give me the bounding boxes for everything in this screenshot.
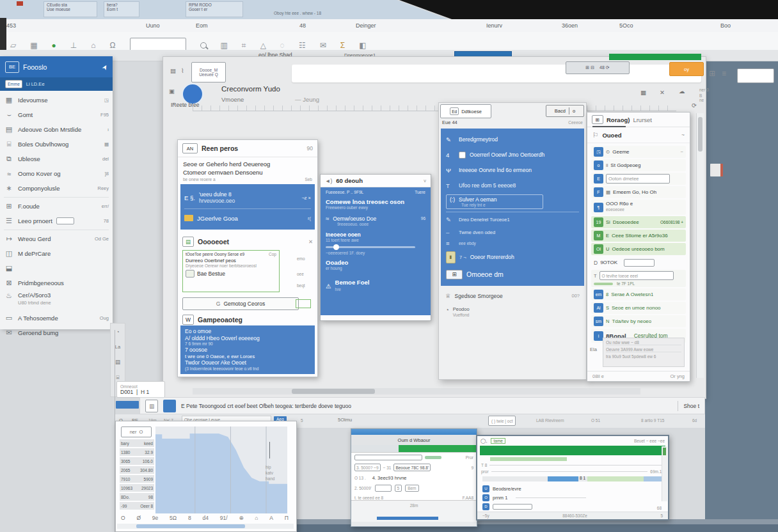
notification-action[interactable]: Shoe t: [683, 403, 699, 409]
tool-icon[interactable]: 9e: [152, 515, 158, 521]
close-icon[interactable]: ✕: [308, 239, 313, 245]
selected-option-block[interactable]: E §. 'ueeu dulne 8hrveuvooe.oeo ¬z × JGe…: [180, 184, 315, 230]
scrollbar-thumb[interactable]: [136, 524, 245, 528]
menu-item[interactable]: Deinger: [356, 22, 376, 29]
sidebar-item[interactable]: ↦Wreou GerdOd Ge: [0, 231, 113, 246]
sound-device-row[interactable]: ≈ Oemw/oeuso Doe 96: [326, 215, 425, 222]
ribbon-icon[interactable]: ▥: [221, 41, 228, 50]
step-item[interactable]: oiiSt Godpeoeg: [591, 159, 686, 171]
ribbon-icon[interactable]: ⌗: [242, 41, 246, 50]
ribbon-icon[interactable]: Σ: [340, 41, 345, 50]
vertical-scrollbar[interactable]: [696, 113, 704, 378]
sidebar-item[interactable]: ♨Cer/A/5oro3U80 trbnd dene: [0, 290, 113, 311]
ribbon-icon[interactable]: Ω: [110, 41, 116, 50]
tool-icon[interactable]: ⊕: [239, 515, 243, 521]
settings-option-boxed[interactable]: (:)Sulver A oeman Tue rely tnt e: [446, 194, 543, 209]
step-item[interactable]: D9OTOK: [591, 256, 686, 269]
form-field[interactable]: Beooue 78C 98.8': [393, 464, 431, 471]
target-chip[interactable]: tame: [491, 438, 505, 444]
ribbon-icon[interactable]: ≡: [722, 69, 726, 78]
sidebar-item[interactable]: ∗ComponyolusleReey: [0, 181, 113, 196]
sound-footer[interactable]: ⚠ Bemoe Foelhre: [326, 279, 425, 293]
form-input[interactable]: [375, 485, 392, 492]
form-field[interactable]: 3. 5000? ~9: [354, 464, 381, 471]
chart-header-chip[interactable]: ner O: [121, 426, 152, 437]
option-row-folder[interactable]: JGeerlve Gooa r(: [184, 209, 311, 227]
generator-row[interactable]: G Gemotog Ceoros: [182, 297, 299, 310]
menu-item[interactable]: 453: [6, 22, 16, 29]
tool-icon[interactable]: 91/: [220, 515, 228, 521]
menu-item[interactable]: 36oen: [562, 22, 578, 29]
command-pill[interactable]: [292, 65, 701, 82]
settings-option[interactable]: ✎Beredgrmeytrod: [446, 132, 579, 147]
transfer-item[interactable]: Oprnm 1: [482, 493, 663, 502]
mini-blue-button[interactable]: [116, 401, 139, 409]
green-mini-box[interactable]: [296, 299, 311, 308]
sidebar-item[interactable]: ▤Adeouve Gobn Mrstlideı: [0, 122, 113, 137]
menu-item[interactable]: Ienurv: [486, 22, 502, 29]
sidebar-item[interactable]: ⌸Boles Oubvlhowog▦: [0, 137, 113, 152]
sidebar-item[interactable]: ⊠Pridmbgeneoous: [0, 276, 113, 290]
step-item-done[interactable]: OlUOedeoe ureeooeo bom: [591, 243, 686, 255]
menu-item[interactable]: Uuno: [146, 22, 160, 29]
tool-icon[interactable]: O: [121, 515, 125, 521]
settings-option[interactable]: ΨIreeeoe Oorvre lnd 6o ermeon: [446, 162, 579, 178]
flyout-card[interactable]: Doooe_M Ueeuee Q: [191, 62, 226, 82]
ribbon-icon[interactable]: ✉: [320, 41, 326, 50]
step-item-input[interactable]: EOoton dmetee: [591, 173, 686, 185]
form-titlebar[interactable]: [351, 429, 477, 435]
sidebar-item[interactable]: ≈Oomo Kover og]8: [0, 166, 113, 181]
cloud-icon[interactable]: ☁: [679, 88, 685, 95]
document-tab[interactable]: Omneoot D001 | H 1: [116, 381, 165, 398]
menu-item[interactable]: 5Oco: [619, 22, 633, 29]
transfer-item[interactable]: D: [482, 502, 663, 511]
step-item-done[interactable]: MECeee Stlome er A5r9o36: [591, 230, 686, 242]
ribbon-icon[interactable]: ●: [52, 41, 56, 50]
horizontal-scrollbar[interactable]: [193, 388, 640, 395]
ribbon-icon[interactable]: △: [260, 41, 266, 50]
close-icon[interactable]: ✕: [660, 89, 665, 96]
sidebar-item[interactable]: ☰Leeo prnoert78: [0, 214, 113, 228]
checkbox-icon[interactable]: [459, 152, 466, 159]
achievement-row[interactable]: ♕ Sgedsoe Smorgeoe 00?: [445, 292, 580, 299]
sidebar-item[interactable]: ⧉Ubleosedel: [0, 152, 113, 166]
back-button[interactable]: Bacd o: [546, 105, 584, 117]
close-dot[interactable]: [17, 1, 23, 6]
slider-thumb[interactable]: [333, 244, 339, 250]
step-item[interactable]: AlSSeoe en umoe nonoo: [591, 302, 686, 314]
sidebar-item[interactable]: ⌣GomtF95: [0, 107, 113, 122]
menu-item[interactable]: Eom: [196, 22, 208, 29]
step-item[interactable]: F▦Emeem Go, Ho Oh: [591, 186, 686, 198]
sidebar-item[interactable]: ⬓: [0, 261, 113, 276]
ribbon-icon[interactable]: ☷: [299, 41, 306, 50]
tool-icon[interactable]: A: [269, 515, 273, 521]
ribbon-box[interactable]: [737, 68, 774, 83]
page-icon[interactable]: ▤: [170, 67, 176, 74]
step-item-search[interactable]: TO tevlhe toeoe eeel te 7F 1PL: [591, 270, 686, 287]
transfer-item[interactable]: UBeodsre/evre: [482, 484, 663, 493]
grid-icon[interactable]: ▦: [640, 89, 646, 96]
scrollbar-thumb[interactable]: [292, 389, 375, 394]
ribbon-icon[interactable]: ⊞: [709, 69, 715, 78]
flag-row[interactable]: ⚐ Ouoed ~: [587, 127, 690, 143]
settings-option[interactable]: 4Ooerrerl Ooewf Jmo Oertoerdh: [446, 147, 579, 162]
tool-icon[interactable]: ⌂: [255, 515, 258, 521]
app-tab[interactable]: CEudio sta Uoe moeuse: [44, 1, 97, 17]
pending-row[interactable]: ◔ PeodooVueffond: [445, 306, 580, 318]
settings-option[interactable]: ▮ 7 ¬ Ooeor Rorererdoh: [446, 248, 579, 266]
sidebar-item[interactable]: ◫M dePrCare: [0, 246, 113, 261]
tool-icon[interactable]: 8: [188, 515, 191, 521]
sidebar-sub-chip[interactable]: Emme: [5, 80, 22, 88]
step-item[interactable]: smNTda/tev by neoeo: [591, 315, 686, 327]
settings-tab[interactable]: Ed Ddtkoese: [440, 104, 491, 118]
menu-item[interactable]: Boo: [720, 22, 731, 29]
form-slider[interactable]: [425, 456, 441, 459]
more-icon[interactable]: ~: [681, 132, 685, 138]
tool-icon[interactable]: Ø: [136, 515, 141, 521]
step-item[interactable]: em8Serae A Owetesn1: [591, 288, 686, 301]
menu-item[interactable]: 48: [299, 22, 306, 29]
ribbon-icon[interactable]: ▱: [10, 41, 16, 50]
settings-option[interactable]: TUfoo ree dom 5 eeeoe8: [446, 178, 579, 193]
notification-strip[interactable]: ▥ E Pete Teoongood crt eoef beet Ofbeh t…: [139, 397, 705, 414]
settings-option[interactable]: ✎Dreo Denelrel Turceoe1: [446, 212, 579, 226]
